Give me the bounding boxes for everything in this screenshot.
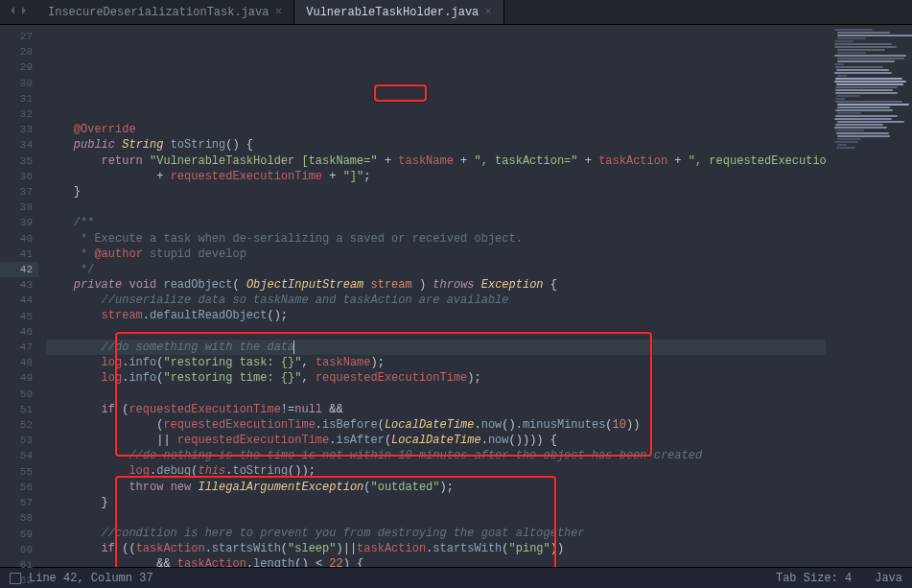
- nav-back-icon[interactable]: [8, 6, 17, 19]
- tab-label: InsecureDeserializationTask.java: [48, 6, 269, 19]
- close-icon[interactable]: ×: [274, 5, 282, 19]
- highlight-box-taskname: [374, 84, 427, 102]
- tab-bar: InsecureDeserializationTask.java × Vulne…: [0, 0, 912, 25]
- editor-area: 2728293031323334353637383940414243444546…: [0, 25, 912, 567]
- nav-forward-icon[interactable]: [19, 6, 29, 19]
- tab-vulnerable-holder[interactable]: VulnerableTaskHolder.java ×: [294, 0, 504, 24]
- tab-insecure-task[interactable]: InsecureDeserializationTask.java ×: [36, 0, 294, 24]
- cursor-position[interactable]: Line 42, Column 37: [29, 572, 153, 585]
- nav-arrows: [0, 0, 36, 24]
- close-icon[interactable]: ×: [484, 5, 492, 19]
- minimap[interactable]: [826, 25, 912, 567]
- tab-size[interactable]: Tab Size: 4: [776, 572, 852, 585]
- line-gutter: 2728293031323334353637383940414243444546…: [0, 25, 38, 567]
- code-editor[interactable]: @Override public String toString() { ret…: [38, 25, 826, 567]
- tab-label: VulnerableTaskHolder.java: [306, 6, 479, 19]
- status-bar: Line 42, Column 37 Tab Size: 4 Java: [0, 567, 912, 588]
- language-mode[interactable]: Java: [875, 572, 902, 585]
